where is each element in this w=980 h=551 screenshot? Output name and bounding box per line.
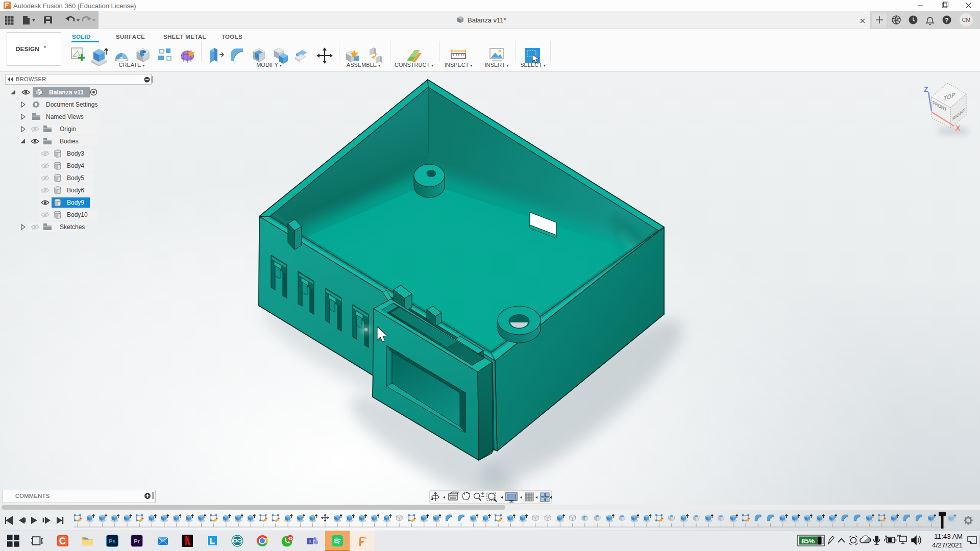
svg-text:45: 45 xyxy=(288,536,292,541)
svg-text:Z: Z xyxy=(924,85,928,93)
svg-text:85%: 85% xyxy=(801,537,815,545)
svg-text:CM: CM xyxy=(962,17,970,23)
svg-text:X: X xyxy=(955,124,961,132)
svg-text:Pr: Pr xyxy=(134,538,140,544)
svg-text:Ps: Ps xyxy=(109,538,115,544)
svg-text:?: ? xyxy=(945,17,948,24)
svg-text:T: T xyxy=(309,538,312,544)
